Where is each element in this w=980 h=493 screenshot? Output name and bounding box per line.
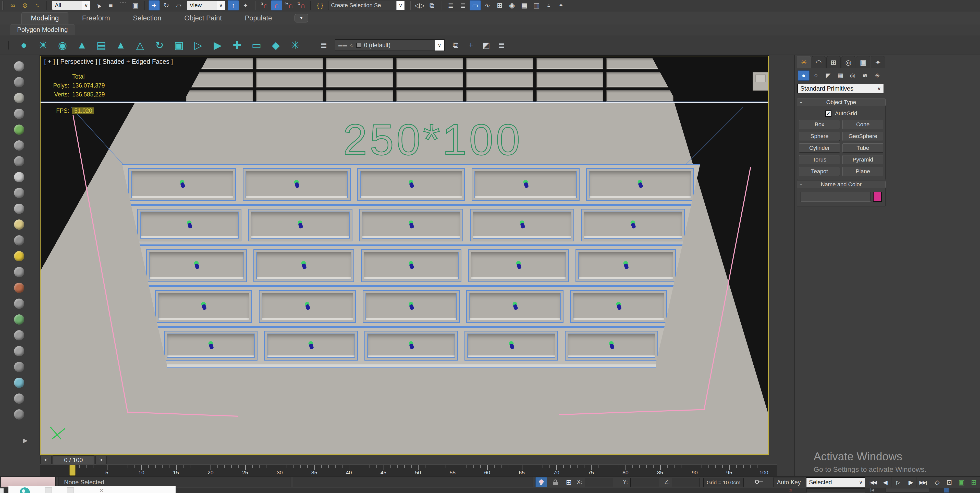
select-object-icon[interactable]: ▲ [93,0,104,11]
rectangular-selection-region-icon[interactable] [118,0,129,11]
isolate-selection-button[interactable] [535,477,547,487]
go-to-end-button[interactable]: ▶▶| [917,477,929,487]
ceiling-panel[interactable] [253,249,354,282]
select-and-scale-icon[interactable]: ▱ [173,0,184,11]
select-and-link-icon[interactable]: ∞ [7,0,18,11]
render-iterative-icon[interactable]: ◓ [555,0,566,11]
ceiling-panel[interactable] [259,290,356,323]
ceiling-panel[interactable] [155,290,252,323]
category-cameras[interactable]: ▦ [835,70,846,81]
left-toolbar-icon-16[interactable] [14,299,24,309]
ribbon-menu-button[interactable]: ▼ [294,14,308,22]
curve-editor-icon[interactable]: ∿ [482,0,493,11]
use-pivot-point-icon[interactable]: ↑ [228,0,239,11]
category-helpers[interactable]: ◎ [847,70,859,81]
left-toolbar-icon-19[interactable] [14,346,24,356]
select-by-name-icon[interactable]: ≡ [105,0,116,11]
category-space-warps[interactable]: ≋ [859,70,871,81]
teapot-icon[interactable]: ◆ [269,39,282,51]
left-toolbar-icon-12[interactable] [14,235,24,245]
ceiling-panel[interactable] [466,290,563,323]
category-lights[interactable]: ◤ [822,70,834,81]
left-toolbar-icon-18[interactable] [14,330,24,340]
name-color-header[interactable]: - Name and Color [797,181,886,188]
ceiling-panel[interactable] [359,209,463,242]
tab-modeling[interactable]: Modeling [21,12,68,24]
tab-display[interactable]: ▣ [856,56,870,68]
ceiling-panel[interactable] [164,331,258,361]
object-name-field[interactable] [800,192,871,202]
tab-object-paint[interactable]: Object Paint [175,12,231,24]
left-toolbar-icon-1[interactable] [14,61,24,72]
left-toolbar-icon-21[interactable] [14,378,24,388]
object-type-button-sphere[interactable]: Sphere [799,132,840,141]
tab-motion[interactable]: ◎ [841,56,856,68]
angle-snap-icon[interactable]: ∩ [271,0,282,11]
tree-card-icon[interactable]: ▤ [95,39,108,51]
ceiling-panel[interactable] [248,209,352,242]
viewport-label[interactable]: [ + ] [ Perspective ] [ Shaded + Edged F… [44,58,173,65]
spinner-snap-icon[interactable]: ⇅∩ [296,0,307,11]
trees-icon[interactable]: ▲ [76,39,88,51]
ceiling-panel[interactable] [586,168,694,201]
go-to-start-button[interactable]: |◀◀ [867,477,879,487]
render-production-icon[interactable]: ◒ [543,0,554,11]
play-region-icon[interactable]: ▷ [192,39,205,51]
absolute-offset-mode-button[interactable]: ⊞ [563,477,575,487]
object-color-swatch[interactable] [873,192,882,202]
layer-manager-icon[interactable]: ≣ [318,40,330,50]
bind-to-spacewarp-icon[interactable]: ≈ [32,0,43,11]
select-and-manipulate-icon[interactable]: ⌖ [240,0,251,11]
ceiling-panel[interactable] [470,209,574,242]
object-type-button-torus[interactable]: Torus [799,155,840,164]
photo-stack-icon[interactable]: ▣ [172,39,185,51]
set-current-layer-icon[interactable]: ≣ [496,40,508,50]
object-type-button-pyramid[interactable]: Pyramid [842,155,883,164]
left-toolbar-icon-9[interactable] [14,188,24,198]
left-toolbar-icon-15[interactable] [14,283,24,293]
toggle-scene-explorer-icon[interactable]: ≣ [445,0,456,11]
ceiling-panel[interactable] [364,331,458,361]
bulb-gear-icon[interactable]: ✳ [289,39,302,51]
left-toolbar-icon-17[interactable] [14,314,24,324]
create-new-layer-icon[interactable]: ⧉ [450,40,461,50]
field-of-view-button[interactable]: ◇ [932,477,943,487]
layer-dropdown[interactable]: ▬▬ ◇ 0 (default) ∨ [335,39,445,51]
left-toolbar-icon-4[interactable] [14,109,24,119]
autogrid-checkbox[interactable]: ✓ [825,110,832,117]
y-coordinate-field[interactable] [630,478,659,487]
named-selection-dropdown[interactable]: Create Selection Se∨ [328,1,405,10]
ceiling-panel[interactable] [243,168,351,201]
ceiling-panel[interactable] [468,249,569,282]
ceiling-panel[interactable] [581,209,685,242]
select-objects-in-layer-icon[interactable]: ◩ [480,40,492,50]
scene-text-spline[interactable]: 250*100 [343,115,522,165]
key-filter-dropdown[interactable]: Selected ∨ [806,477,865,487]
light-icon[interactable]: ● [18,39,30,51]
object-type-button-geosphere[interactable]: GeoSphere [842,132,883,141]
snap-toggle-3d-icon[interactable]: 3∩ [259,0,270,11]
left-toolbar-icon-20[interactable] [14,362,24,372]
mirror-icon[interactable]: ◁▷ [414,0,425,11]
ceiling-panel[interactable] [357,168,465,201]
ceiling-panel[interactable] [128,168,236,201]
object-type-button-cone[interactable]: Cone [842,120,883,129]
swirl-icon[interactable]: ↻ [153,39,166,51]
object-type-button-plane[interactable]: Plane [842,167,883,176]
toggle-layer-explorer-icon[interactable]: ≣ [457,0,469,11]
select-and-rotate-icon[interactable]: ↻ [161,0,172,11]
tree-mesh-icon[interactable]: ▲ [115,39,127,51]
play-button[interactable]: ▷ [892,477,904,487]
left-toolbar-icon-7[interactable] [14,156,24,166]
ceiling-panel[interactable] [565,331,659,361]
ceiling-panel[interactable] [361,249,462,282]
object-type-button-cylinder[interactable]: Cylinder [799,143,840,153]
object-type-header[interactable]: - Object Type [797,99,886,106]
object-type-button-tube[interactable]: Tube [842,143,883,153]
left-toolbar-icon-11[interactable] [14,219,24,230]
ceiling-panel[interactable] [264,331,358,361]
previous-frame-spinner[interactable]: < [40,456,52,464]
left-toolbar-icon-5[interactable] [14,124,24,135]
window-crossing-icon[interactable]: ▣ [130,0,141,11]
close-icon[interactable]: ✕ [99,487,104,493]
